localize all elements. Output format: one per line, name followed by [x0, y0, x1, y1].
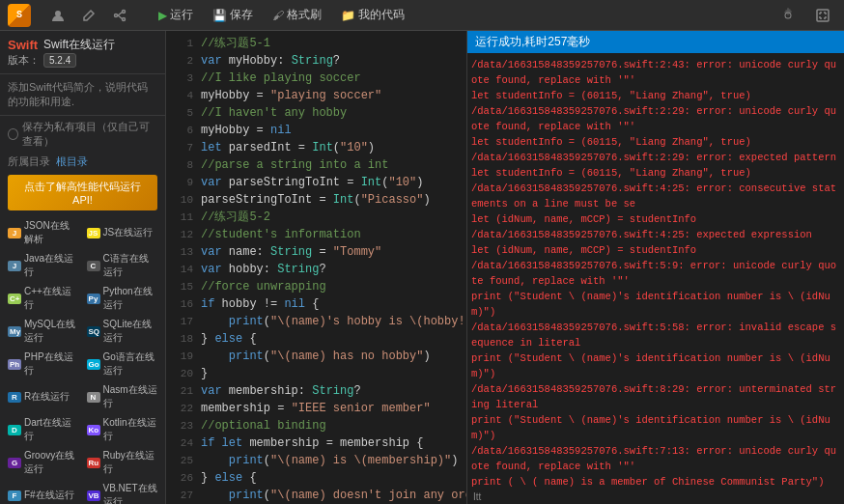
output-line: print ( \ ( name) is a member of Chinese…	[471, 474, 840, 490]
line-content: //student's information	[201, 226, 466, 243]
output-line: let (idNum, name, mCCP) = studentInfo	[471, 211, 840, 227]
nav-label-2: Java在线运行	[24, 252, 79, 279]
line-number: 9	[166, 174, 201, 191]
save-icon: 💾	[212, 9, 227, 22]
code-line: 24if let membership = membership {	[166, 434, 466, 452]
line-content: }	[201, 365, 466, 382]
mycode-button[interactable]: 📁 我的代码	[333, 4, 412, 26]
nav-icon-17: VB	[87, 490, 100, 501]
output-line: let studentInfo = (60115, "Liang Zhang",…	[471, 165, 840, 181]
nav-item-14[interactable]: GGroovy在线运行	[4, 446, 83, 479]
nav-item-12[interactable]: DDart在线运行	[4, 413, 83, 446]
nav-label-5: Python在线运行	[103, 285, 158, 312]
line-number: 22	[166, 400, 201, 417]
nav-grid: JJSON在线解析JSJS在线运行JJava在线运行CC语言在线运行C+C++在…	[0, 214, 165, 504]
nav-icon-2: J	[8, 261, 21, 271]
nav-label-8: PHP在线运行	[24, 350, 79, 378]
nav-item-2[interactable]: JJava在线运行	[4, 249, 83, 282]
logo: S	[8, 4, 31, 27]
user-icon-btn[interactable]	[44, 2, 71, 29]
code-container[interactable]: 1//练习题5-12var myHobby: String?3//I like …	[166, 31, 466, 504]
code-line: 17 print("\(name)'s hobby is \(hobby!)")	[166, 313, 466, 330]
sidebar-version: 版本： 5.2.4	[8, 53, 157, 68]
save-button[interactable]: 💾 保存	[205, 4, 261, 26]
line-number: 21	[166, 382, 201, 400]
nav-item-6[interactable]: MyMySQL在线运行	[4, 315, 83, 348]
nav-item-16[interactable]: FF#在线运行	[4, 479, 83, 504]
line-content: if let membership = membership {	[201, 434, 466, 452]
line-content: //force unwrapping	[201, 278, 466, 295]
nav-item-0[interactable]: JJSON在线解析	[4, 216, 83, 249]
directory-label: 所属目录	[8, 154, 50, 169]
settings-icon-btn[interactable]	[774, 2, 802, 29]
code-line: 20}	[166, 365, 466, 382]
line-number: 10	[166, 191, 201, 209]
line-number: 15	[166, 278, 201, 295]
nav-item-1[interactable]: JSJS在线运行	[83, 216, 162, 249]
nav-item-3[interactable]: CC语言在线运行	[83, 249, 162, 282]
share-icon-btn[interactable]	[106, 2, 133, 29]
nav-item-4[interactable]: C+C++在线运行	[4, 282, 83, 315]
line-number: 16	[166, 295, 201, 313]
main-content: Swift Swift在线运行 版本： 5.2.4 添加Swift代码简介，说明…	[0, 31, 844, 504]
mycode-label: 我的代码	[358, 7, 405, 23]
run-api-button[interactable]: 点击了解高性能代码运行API!	[8, 175, 157, 210]
nav-label-6: MySQL在线运行	[24, 318, 79, 345]
nav-item-8[interactable]: PhPHP在线运行	[4, 348, 83, 380]
code-line: 6myHobby = nil	[166, 122, 466, 139]
fullscreen-icon-btn[interactable]	[809, 2, 836, 29]
line-content: } else {	[201, 330, 466, 348]
nav-item-5[interactable]: PyPython在线运行	[83, 282, 162, 315]
output-line: let studentInfo = (60115, "Liang Zhang",…	[471, 134, 840, 150]
line-number: 3	[166, 70, 201, 87]
nav-label-12: Dart在线运行	[24, 416, 79, 443]
format-label: 格式刷	[287, 7, 322, 23]
line-content: //parse a string into a int	[201, 156, 466, 174]
code-line: 15//force unwrapping	[166, 278, 466, 295]
nav-item-11[interactable]: NNasm在线运行	[83, 380, 162, 413]
output-content[interactable]: /data/166315848359257076.swift:2:43: err…	[467, 53, 844, 490]
line-content: var name: String = "Tommy"	[201, 243, 466, 261]
nav-item-13[interactable]: KoKotlin在线运行	[83, 413, 162, 446]
line-number: 4	[166, 87, 201, 104]
line-content: print("\(name) has no hobby")	[201, 348, 466, 365]
nav-item-10[interactable]: RR在线运行	[4, 380, 83, 413]
line-number: 23	[166, 417, 201, 434]
output-line: /data/166315848359257076.swift:4:25: exp…	[471, 227, 840, 242]
code-line: 23//optional binding	[166, 417, 466, 434]
line-number: 17	[166, 313, 201, 330]
toolbar: S ▶ 运行 💾 保存 🖌 格式刷 📁 我的代码	[0, 0, 844, 31]
nav-icon-11: N	[87, 392, 100, 403]
nav-label-15: Ruby在线运行	[103, 449, 158, 476]
nav-item-17[interactable]: VBVB.NET在线运行	[83, 479, 162, 504]
code-line: 8//parse a string into a int	[166, 156, 466, 174]
line-content: print("\(name) doesn't join any orgnizat…	[201, 487, 466, 504]
run-icon: ▶	[158, 9, 167, 22]
nav-icon-5: Py	[87, 294, 100, 304]
line-content: //optional binding	[201, 417, 466, 434]
nav-item-9[interactable]: GoGo语言在线运行	[83, 348, 162, 380]
line-content: //练习题5-1	[201, 35, 466, 52]
nav-icon-15: Ru	[87, 458, 100, 468]
logo-text: S	[16, 10, 22, 20]
nav-item-7[interactable]: SQSQLite在线运行	[83, 315, 162, 348]
nav-label-11: Nasm在线运行	[103, 383, 158, 410]
svg-point-2	[115, 14, 118, 16]
privacy-checkbox[interactable]	[8, 128, 18, 140]
run-label: 运行	[170, 7, 193, 23]
output-line: print ("Student \ (name)'s identificatio…	[471, 289, 840, 320]
line-content: var membership: String?	[201, 382, 466, 400]
nav-item-15[interactable]: RuRuby在线运行	[83, 446, 162, 479]
directory-value[interactable]: 根目录	[56, 154, 88, 169]
nav-icon-4: C+	[8, 294, 21, 304]
output-panel: 运行成功,耗时257毫秒 /data/166315848359257076.sw…	[467, 31, 844, 504]
directory-row: 所属目录 根目录	[0, 153, 165, 171]
run-button[interactable]: ▶ 运行	[151, 4, 201, 26]
line-number: 13	[166, 243, 201, 261]
edit-icon-btn[interactable]	[75, 2, 102, 29]
nav-icon-8: Ph	[8, 359, 21, 370]
format-button[interactable]: 🖌 格式刷	[265, 4, 329, 26]
code-line: 22membership = "IEEE senior member"	[166, 400, 466, 417]
nav-icon-0: J	[8, 228, 21, 238]
code-line: 10parseStringToInt = Int("Picasso")	[166, 191, 466, 209]
